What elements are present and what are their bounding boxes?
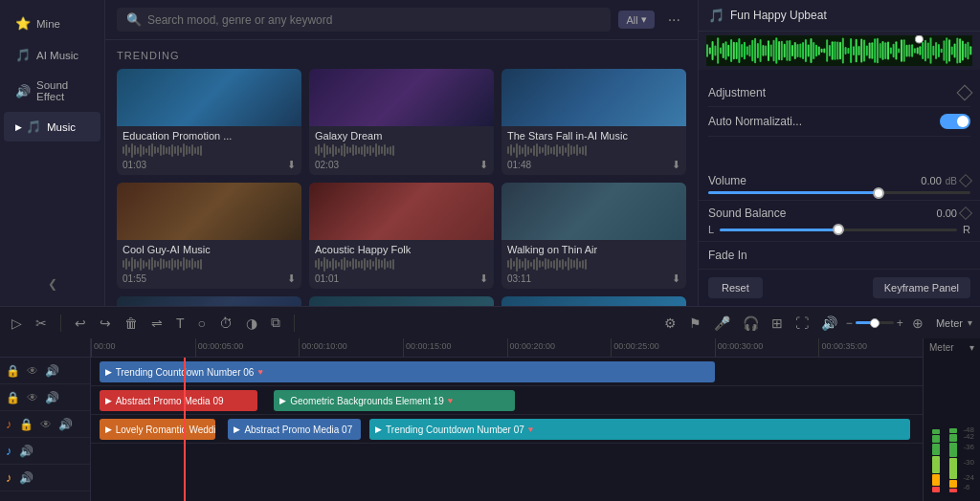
meter-dropdown-icon[interactable]: ▾	[968, 317, 972, 328]
sidebar-item-soundeffect[interactable]: 🔊 Sound Effect	[4, 72, 100, 110]
music-card-5[interactable]: Walking on Thin Air 03:11 ⬇	[501, 183, 686, 289]
volume-ctrl-btn[interactable]: 🔊	[817, 313, 841, 334]
tag-all-dropdown[interactable]: All ▾	[618, 11, 654, 29]
flag-btn[interactable]: ⚑	[685, 313, 705, 334]
wave-bar	[137, 147, 139, 154]
adjustment-diamond-btn[interactable]	[957, 85, 973, 101]
card-download-icon-4[interactable]: ⬇	[479, 272, 488, 285]
volume-slider-thumb[interactable]	[873, 187, 884, 199]
music-card-2[interactable]: The Stars Fall in-AI Music 01:48 ⬇	[501, 69, 686, 175]
reset-button[interactable]: Reset	[708, 277, 763, 298]
adjust-btn[interactable]: ◑	[242, 313, 261, 334]
balance-slider-track[interactable]	[720, 229, 957, 231]
balance-slider-thumb[interactable]	[833, 224, 844, 235]
delete-btn[interactable]: 🗑	[121, 313, 142, 334]
track-ctrl-4: ♪ 🔊	[0, 438, 90, 465]
svg-rect-22	[762, 45, 764, 56]
clip-geometric-19[interactable]: ▶ Geometric Backgrounds Element 19 ♥	[274, 390, 515, 411]
meter-seg	[932, 474, 940, 486]
search-input-wrap[interactable]: 🔍	[117, 8, 611, 32]
track1-lock-icon[interactable]: 🔒	[4, 363, 22, 379]
timer-btn[interactable]: ⏱	[215, 313, 236, 334]
undo-btn[interactable]: ↩	[71, 313, 90, 334]
grid-btn[interactable]: ⊞	[768, 313, 787, 334]
track5-vol-icon[interactable]: 🔊	[17, 470, 35, 486]
svg-rect-5	[717, 37, 719, 63]
keyframe-panel-button[interactable]: Keyframe Panel	[873, 277, 970, 298]
wave-bar	[355, 145, 357, 155]
sidebar-item-aimusic[interactable]: 🎵 AI Music	[4, 40, 100, 70]
zoom-plus-icon[interactable]: +	[897, 316, 903, 330]
svg-rect-2	[709, 47, 711, 54]
track1-vol-icon[interactable]: 🔊	[43, 363, 61, 379]
headphones-btn[interactable]: 🎧	[739, 313, 763, 334]
zoom-minus-icon[interactable]: −	[846, 316, 853, 330]
track3-vol-icon[interactable]: 🔊	[56, 417, 75, 432]
clip-romantic[interactable]: ▶ Lovely Romantic Weddi...	[100, 419, 216, 440]
wave-bar	[349, 261, 351, 267]
wave-bar	[556, 258, 558, 271]
svg-rect-21	[760, 39, 762, 62]
music-card-6[interactable]: Romantic Sad Rainy Day 02:08 ⬇	[117, 296, 301, 306]
toggle-knob	[957, 116, 969, 127]
arrow-icon: ▶	[15, 122, 22, 132]
fullscreen-btn[interactable]: ⛶	[791, 313, 813, 334]
settings-btn[interactable]: ⚙	[660, 313, 680, 334]
track2-lock-icon[interactable]: 🔒	[4, 390, 22, 405]
balance-diamond-btn[interactable]	[959, 207, 972, 220]
card-download-icon-0[interactable]: ⬇	[287, 159, 296, 171]
redo-btn[interactable]: ↪	[96, 313, 115, 334]
clip-heart-1: ♥	[257, 367, 262, 377]
card-title-5: Walking on Thin Air	[507, 244, 680, 255]
track1-eye-icon[interactable]: 👁	[25, 363, 40, 379]
meter-dropdown-icon-2[interactable]: ▾	[969, 342, 974, 353]
track2-vol-icon[interactable]: 🔊	[43, 390, 61, 405]
clip-trending-07[interactable]: ▶ Trending Countdown Number 07 ♥	[369, 419, 910, 440]
card-download-icon-2[interactable]: ⬇	[672, 159, 680, 171]
music-card-4[interactable]: Acoustic Happy Folk 01:01 ⬇	[309, 183, 494, 289]
card-download-icon-5[interactable]: ⬇	[672, 272, 680, 285]
volume-slider-track[interactable]	[708, 191, 970, 194]
clip-trending-06[interactable]: ▶ Trending Countdown Number 06 ♥	[100, 361, 715, 382]
track4-vol-icon[interactable]: 🔊	[17, 444, 35, 459]
split-tool-btn[interactable]: ✂	[32, 313, 51, 334]
card-download-icon-3[interactable]: ⬇	[287, 272, 296, 285]
wave-bar	[585, 145, 587, 156]
clip-abstract-09[interactable]: ▶ Abstract Promo Media 09	[100, 390, 257, 411]
wave-bar	[375, 143, 377, 157]
clip-abstract-07[interactable]: ▶ Abstract Promo Media 07	[228, 419, 361, 440]
search-input[interactable]	[147, 13, 601, 27]
cursor-tool-btn[interactable]: ▷	[8, 313, 26, 334]
wave-bar	[177, 259, 179, 270]
shape-btn[interactable]: ○	[194, 313, 210, 334]
music-card-8[interactable]: Clear Sky 03:28 ⬇	[501, 296, 686, 306]
sidebar-collapse-btn[interactable]: ❮	[0, 270, 104, 298]
track3-eye-icon[interactable]: 👁	[38, 417, 54, 432]
music-card-0[interactable]: Education Promotion ... 01:03 ⬇	[117, 69, 301, 175]
clone-btn[interactable]: ⧉	[267, 312, 284, 334]
svg-rect-47	[829, 45, 831, 56]
more-options-btn[interactable]: ···	[662, 10, 686, 31]
svg-rect-26	[773, 40, 775, 62]
music-card-3[interactable]: Cool Guy-AI Music 01:55 ⬇	[117, 183, 301, 289]
track3-lock-icon[interactable]: 🔒	[17, 417, 35, 432]
wave-bar	[573, 260, 575, 268]
auto-norm-toggle[interactable]	[940, 114, 970, 129]
add-track-btn[interactable]: ⊕	[908, 313, 927, 334]
card-download-icon-1[interactable]: ⬇	[479, 159, 488, 171]
zoom-slider[interactable]	[856, 321, 894, 324]
volume-diamond-btn[interactable]	[959, 174, 972, 187]
track2-eye-icon[interactable]: 👁	[25, 390, 40, 405]
mic-btn[interactable]: 🎤	[710, 313, 734, 334]
transform-btn[interactable]: ⇌	[147, 313, 167, 334]
music-card-7[interactable]: 🎵 Something Cheer You ... 00:55 ⬇	[309, 296, 494, 306]
track-row-3: ▶ Lovely Romantic Weddi... ▶ Abstract Pr…	[91, 415, 923, 444]
zoom-thumb[interactable]	[870, 318, 880, 328]
svg-rect-77	[908, 45, 910, 57]
meter-seg	[949, 434, 957, 442]
sidebar-item-mine[interactable]: ⭐ Mine	[4, 9, 100, 38]
text-btn[interactable]: T	[172, 313, 189, 334]
music-card-1[interactable]: Galaxy Dream 02:03 ⬇	[309, 69, 494, 175]
svg-rect-10	[730, 39, 732, 62]
sidebar-item-music[interactable]: ▶ 🎵 Music	[4, 112, 100, 142]
